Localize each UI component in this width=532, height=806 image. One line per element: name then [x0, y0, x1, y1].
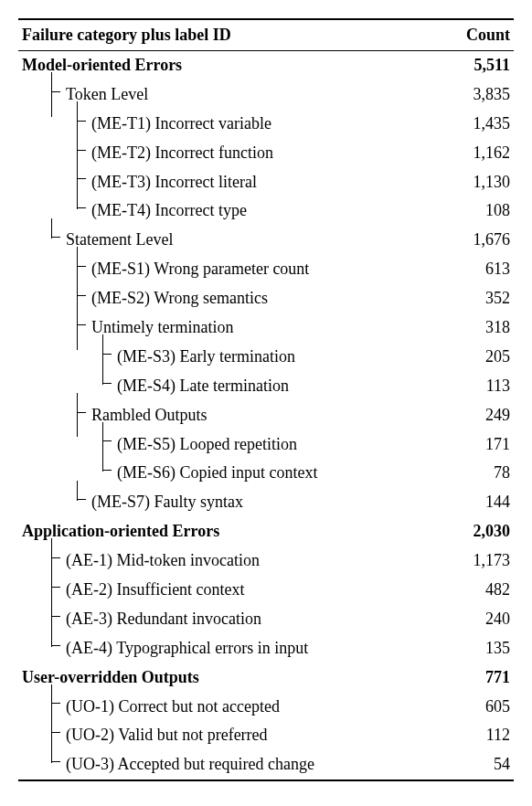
tree-branch-icon [48, 607, 66, 627]
row-label-text: Rambled Outputs [91, 406, 207, 424]
tree-branch-icon [48, 82, 66, 102]
row-label: Token Level [22, 82, 446, 108]
table-row: (AE-4) Typographical errors in input135 [18, 634, 514, 663]
row-label-text: (AE-1) Mid-token invocation [66, 551, 260, 569]
table-row: (ME-T1) Incorrect variable1,435 [18, 110, 514, 139]
tree-branch-icon [48, 723, 66, 743]
tree-branch-icon [99, 374, 117, 394]
table-row: (ME-T2) Incorrect function1,162 [18, 139, 514, 168]
row-label: (ME-S5) Looped repetition [22, 432, 446, 458]
row-label: (AE-2) Insufficient context [22, 578, 446, 603]
tree-branch-icon [99, 461, 117, 481]
tree-branch-icon [99, 432, 117, 452]
row-label-text: (AE-4) Typographical errors in input [66, 639, 308, 657]
row-label-text: (ME-T3) Incorrect literal [91, 173, 257, 191]
row-label: Untimely termination [22, 315, 446, 341]
row-count: 1,130 [446, 170, 510, 196]
tree-branch-icon [73, 198, 91, 218]
tree-branch-icon [73, 403, 91, 423]
row-label-text: Token Level [66, 85, 148, 103]
row-label-text: (AE-3) Redundant invocation [66, 610, 261, 628]
table-row: (UO-1) Correct but not accepted605 [18, 693, 514, 722]
row-label: (UO-2) Valid but not preferred [22, 723, 446, 748]
table-row: (ME-S2) Wrong semantics352 [18, 284, 514, 313]
row-count: 112 [446, 723, 510, 748]
row-count: 1,435 [446, 111, 510, 137]
row-label-text: (ME-S4) Late termination [117, 376, 289, 395]
table-row: (UO-3) Accepted but required change54 [18, 750, 514, 779]
table-row: (UO-2) Valid but not preferred112 [18, 721, 514, 750]
failure-taxonomy-table: Failure category plus label ID Count Mod… [18, 18, 514, 781]
row-label: Statement Level [22, 228, 446, 253]
row-count: 1,173 [446, 548, 510, 574]
row-count: 2,030 [446, 519, 510, 545]
row-label-text: (ME-T1) Incorrect variable [91, 114, 271, 133]
col-header-category: Failure category plus label ID [22, 26, 231, 45]
table-row: (ME-T3) Incorrect literal1,130 [18, 168, 514, 197]
row-label: (ME-S1) Wrong parameter count [22, 257, 446, 282]
row-label-text: (UO-1) Correct but not accepted [66, 697, 280, 716]
row-label-text: (ME-T2) Incorrect function [91, 143, 273, 162]
table-row: (ME-S1) Wrong parameter count613 [18, 255, 514, 284]
tree-branch-icon [73, 257, 91, 277]
table-row: Application-oriented Errors2,030 [18, 517, 514, 546]
row-label-text: (ME-S2) Wrong semantics [91, 289, 268, 307]
row-count: 54 [446, 752, 510, 778]
tree-branch-icon [48, 636, 66, 656]
row-label-text: (ME-S5) Looped repetition [117, 435, 297, 453]
row-label: (UO-1) Correct but not accepted [22, 695, 446, 720]
table-row: (AE-3) Redundant invocation240 [18, 605, 514, 634]
tree-branch-icon [73, 170, 91, 190]
row-count: 3,835 [446, 82, 510, 108]
table-row: (ME-S4) Late termination113 [18, 372, 514, 401]
table-row: (AE-2) Insufficient context482 [18, 576, 514, 605]
row-count: 205 [446, 345, 510, 370]
row-label: (ME-T1) Incorrect variable [22, 111, 446, 137]
row-label-text: (ME-S6) Copied input context [117, 463, 317, 482]
table-row: (ME-S5) Looped repetition171 [18, 430, 514, 460]
row-count: 108 [446, 198, 510, 224]
table-row: (ME-S7) Faulty syntax144 [18, 488, 514, 517]
row-label-text: Application-oriented Errors [22, 522, 219, 540]
row-count: 613 [446, 257, 510, 282]
row-label-text: (UO-2) Valid but not preferred [66, 726, 268, 744]
tree-branch-icon [48, 548, 66, 568]
row-count: 482 [446, 578, 510, 603]
row-label: (ME-S6) Copied input context [22, 461, 446, 486]
table-row: (ME-T4) Incorrect type108 [18, 196, 514, 226]
row-label: (ME-S4) Late termination [22, 374, 446, 399]
row-label-text: (UO-3) Accepted but required change [66, 755, 314, 773]
col-header-count: Count [446, 26, 510, 45]
row-count: 5,511 [446, 53, 510, 79]
row-count: 249 [446, 403, 510, 429]
row-label-text: (AE-2) Insufficient context [66, 580, 245, 599]
row-label: Application-oriented Errors [22, 519, 446, 545]
tree-branch-icon [73, 141, 91, 161]
tree-branch-icon [48, 752, 66, 772]
table-header-row: Failure category plus label ID Count [18, 20, 514, 51]
row-count: 171 [446, 432, 510, 458]
row-label-text: (ME-S3) Early termination [117, 347, 295, 366]
row-count: 1,676 [446, 228, 510, 253]
row-label-text: (ME-T4) Incorrect type [91, 201, 247, 219]
tree-branch-icon [48, 578, 66, 598]
row-label: (ME-T4) Incorrect type [22, 198, 446, 224]
tree-branch-icon [48, 228, 66, 248]
row-label: (AE-4) Typographical errors in input [22, 636, 446, 662]
row-count: 144 [446, 490, 510, 515]
row-count: 771 [446, 665, 510, 691]
tree-branch-icon [73, 286, 91, 306]
row-count: 135 [446, 636, 510, 662]
table-row: Rambled Outputs249 [18, 401, 514, 430]
table-row: (ME-S6) Copied input context78 [18, 459, 514, 488]
tree-branch-icon [73, 111, 91, 132]
row-label-text: (ME-S7) Faulty syntax [91, 493, 243, 511]
row-count: 113 [446, 374, 510, 399]
row-label: (ME-S3) Early termination [22, 345, 446, 370]
table-row: (ME-S3) Early termination205 [18, 343, 514, 372]
row-count: 1,162 [446, 141, 510, 166]
table-row: (AE-1) Mid-token invocation1,173 [18, 546, 514, 576]
row-label: Model-oriented Errors [22, 53, 446, 79]
row-label-text: Statement Level [66, 230, 173, 249]
row-count: 318 [446, 315, 510, 341]
